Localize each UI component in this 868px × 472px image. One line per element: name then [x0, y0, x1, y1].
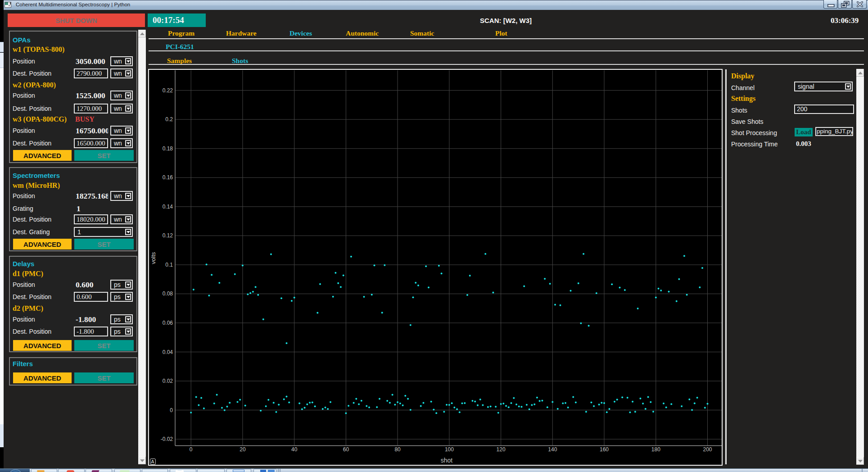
svg-text:100: 100 — [445, 446, 454, 453]
svg-text:0: 0 — [190, 446, 193, 453]
svg-text:0.12: 0.12 — [163, 232, 173, 239]
svg-text:0.2: 0.2 — [165, 116, 173, 123]
svg-text:80: 80 — [394, 446, 401, 453]
svg-text:0.06: 0.06 — [163, 320, 173, 326]
svg-text:60: 60 — [343, 446, 349, 453]
svg-text:160: 160 — [600, 446, 609, 453]
svg-text:0.18: 0.18 — [163, 145, 173, 152]
svg-text:0.16: 0.16 — [163, 174, 173, 181]
svg-text:120: 120 — [497, 446, 506, 453]
svg-text:0.04: 0.04 — [163, 349, 173, 355]
svg-text:0.22: 0.22 — [163, 87, 173, 94]
svg-text:20: 20 — [240, 446, 246, 453]
svg-text:0.08: 0.08 — [163, 290, 173, 297]
svg-text:-0.02: -0.02 — [161, 436, 173, 442]
svg-text:volts: volts — [150, 252, 157, 264]
svg-text:200: 200 — [703, 446, 712, 453]
svg-text:40: 40 — [291, 446, 298, 453]
svg-text:shot: shot — [441, 457, 453, 464]
svg-text:180: 180 — [651, 446, 660, 453]
svg-text:0.1: 0.1 — [165, 262, 173, 268]
svg-text:140: 140 — [548, 446, 557, 453]
svg-text:0: 0 — [170, 407, 173, 413]
svg-text:0.02: 0.02 — [163, 378, 173, 384]
svg-text:0.14: 0.14 — [163, 204, 173, 210]
